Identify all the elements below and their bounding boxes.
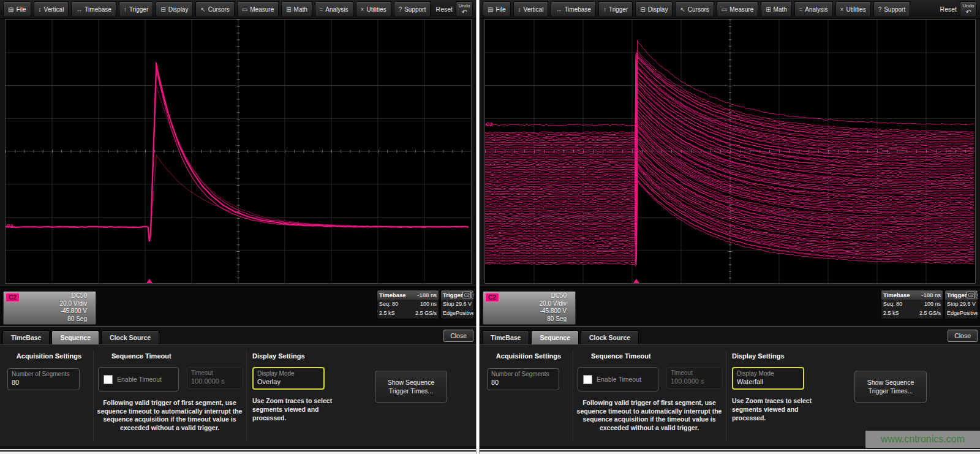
menu-utilities-button[interactable]: ×Utilities bbox=[356, 1, 391, 17]
tab-clock-source[interactable]: Clock Source bbox=[101, 330, 159, 344]
tab-sequence[interactable]: Sequence bbox=[531, 330, 579, 344]
number-of-segments-value: 80 bbox=[491, 378, 555, 387]
undo-button[interactable]: Undo ↶ bbox=[456, 1, 473, 17]
menu-analysis-button[interactable]: ≈Analysis bbox=[315, 1, 353, 17]
menu-cursors-button[interactable]: ↖Cursors bbox=[675, 1, 714, 17]
channel-descriptor[interactable]: C2 DC50 20.0 V/div -45.800 V 80 Seg bbox=[483, 291, 576, 325]
trigger-position-marker[interactable] bbox=[633, 279, 639, 283]
tab-timebase[interactable]: TimeBase bbox=[482, 330, 529, 344]
menu-label: Utilities bbox=[846, 6, 865, 13]
menu-label: Measure bbox=[729, 6, 753, 13]
menu-utilities-button[interactable]: ×Utilities bbox=[835, 1, 871, 17]
menu-vertical-button[interactable]: ↕Vertical bbox=[34, 1, 69, 17]
trigger-slope: Positive bbox=[456, 309, 474, 318]
menu-math-button[interactable]: ⊞Math bbox=[281, 1, 312, 17]
scope-window-waterfall: ▤File↕Vertical↔Timebase↑Trigger⊟Display↖… bbox=[480, 0, 980, 454]
menu-cursors-button[interactable]: ↖Cursors bbox=[195, 1, 234, 17]
menu-label: Timebase bbox=[85, 6, 111, 13]
number-of-segments-field[interactable]: Number of Segments 80 bbox=[7, 368, 80, 390]
channel-readouts: DC50 20.0 V/div -45.800 V 80 Seg bbox=[540, 292, 567, 323]
menu-analysis-button[interactable]: ≈Analysis bbox=[794, 1, 833, 17]
trigger-descriptor[interactable]: Trigger C2 DC Stop 29.6 V Edge Positive bbox=[944, 290, 978, 319]
menu-display-button[interactable]: ⊟Display bbox=[635, 1, 673, 17]
dialog-tab-bar: TimeBaseSequenceClock Source Close bbox=[0, 327, 476, 345]
channel-scale: 20.0 V/div bbox=[60, 300, 87, 308]
trigger-icon: ↑ bbox=[124, 6, 127, 13]
channel-coupling: DC50 bbox=[540, 292, 567, 300]
checkbox-box[interactable] bbox=[104, 375, 113, 384]
trigger-position-marker[interactable] bbox=[146, 279, 153, 283]
cursors-icon: ↖ bbox=[200, 6, 205, 13]
trigger-descriptor[interactable]: Trigger C2 DC Stop 29.6 V Edge Positive bbox=[440, 290, 474, 319]
close-button[interactable]: Close bbox=[948, 330, 978, 342]
channel-ground-marker[interactable]: C2 bbox=[486, 121, 493, 127]
menu-support-button[interactable]: ?Support bbox=[394, 1, 431, 17]
waveform-graticule-1[interactable]: C2 bbox=[484, 19, 976, 284]
timebase-seq: Seq: 80 bbox=[883, 300, 902, 309]
vertical-icon: ↕ bbox=[518, 6, 521, 13]
timeout-label: Timeout bbox=[671, 369, 718, 377]
menu-file-button[interactable]: ▤File bbox=[3, 1, 31, 17]
menu-items: ▤File↕Vertical↔Timebase↑Trigger⊟Display↖… bbox=[2, 1, 432, 17]
timeout-field[interactable]: Timeout 100.0000 s bbox=[666, 367, 723, 389]
menu-measure-button[interactable]: ▭Measure bbox=[237, 1, 279, 17]
trigger-level: 29.6 V bbox=[456, 300, 472, 309]
channel-badge: C2 bbox=[485, 293, 499, 302]
timeout-field[interactable]: Timeout 100.0000 s bbox=[187, 367, 243, 389]
display-settings-heading: Display Settings bbox=[732, 352, 785, 360]
taskbar-strip bbox=[0, 449, 476, 454]
trigger-title: Trigger bbox=[443, 292, 462, 298]
display-mode-select[interactable]: Display Mode Overlay bbox=[252, 367, 325, 390]
menu-vertical-button[interactable]: ↕Vertical bbox=[513, 1, 549, 17]
menu-measure-button[interactable]: ▭Measure bbox=[717, 1, 758, 17]
display-settings-heading: Display Settings bbox=[252, 352, 305, 360]
menu-support-button[interactable]: ?Support bbox=[873, 1, 911, 17]
close-button[interactable]: Close bbox=[443, 330, 473, 342]
display-mode-label: Display Mode bbox=[257, 369, 320, 377]
tab-timebase[interactable]: TimeBase bbox=[2, 330, 50, 344]
tab-clock-source[interactable]: Clock Source bbox=[581, 330, 639, 344]
waveform-graticule-0[interactable]: C2 bbox=[5, 19, 472, 284]
scope-window-overlay: ▤File↕Vertical↔Timebase↑Trigger⊟Display↖… bbox=[0, 0, 476, 454]
menu-math-button[interactable]: ⊞Math bbox=[761, 1, 792, 17]
timebase-icon: ↔ bbox=[556, 6, 562, 13]
number-of-segments-field[interactable]: Number of Segments 80 bbox=[487, 368, 559, 390]
display-icon: ⊟ bbox=[640, 6, 645, 13]
menu-label: Timebase bbox=[564, 6, 591, 13]
math-icon: ⊞ bbox=[766, 6, 771, 13]
timebase-descriptor[interactable]: Timebase -188 ns Seq: 80 100 ns 2.5 kS 2… bbox=[377, 290, 439, 319]
tab-sequence[interactable]: Sequence bbox=[51, 330, 99, 344]
utilities-icon: × bbox=[840, 6, 844, 13]
menu-file-button[interactable]: ▤File bbox=[483, 1, 511, 17]
menu-display-button[interactable]: ⊟Display bbox=[156, 1, 193, 17]
channel-descriptor[interactable]: C2 DC50 20.0 V/div -45.800 V 80 Seg bbox=[3, 291, 96, 325]
enable-timeout-checkbox[interactable]: Enable Timeout bbox=[98, 367, 179, 392]
menu-items: ▤File↕Vertical↔Timebase↑Trigger⊟Display↖… bbox=[481, 1, 911, 17]
menu-timebase-button[interactable]: ↔Timebase bbox=[71, 1, 116, 17]
checkbox-box[interactable] bbox=[583, 375, 592, 384]
channel-offset: -45.800 V bbox=[540, 308, 567, 316]
menu-label: Utilities bbox=[366, 6, 386, 13]
channel-offset: -45.800 V bbox=[60, 308, 87, 316]
enable-timeout-checkbox[interactable]: Enable Timeout bbox=[578, 367, 658, 392]
channel-ground-marker[interactable]: C2 bbox=[6, 223, 13, 229]
menu-label: Display bbox=[648, 6, 668, 13]
descriptor-strip: C2 DC50 20.0 V/div -45.800 V 80 Seg Time… bbox=[0, 285, 476, 326]
undo-button[interactable]: Undo ↶ bbox=[960, 1, 977, 17]
measure-icon: ▭ bbox=[242, 6, 247, 13]
show-sequence-trigger-times-button[interactable]: Show Sequence Trigger Times... bbox=[375, 371, 447, 403]
timebase-per-div: 100 ns bbox=[924, 300, 941, 309]
menu-trigger-button[interactable]: ↑Trigger bbox=[598, 1, 633, 17]
trigger-coupling-badge: DC bbox=[976, 292, 978, 298]
timebase-per-div: 100 ns bbox=[420, 300, 437, 309]
reset-button[interactable]: Reset bbox=[436, 6, 453, 13]
acquisition-settings-heading: Acquisition Settings bbox=[486, 352, 571, 360]
display-mode-select[interactable]: Display Mode Waterfall bbox=[732, 367, 804, 390]
timebase-descriptor[interactable]: Timebase -188 ns Seq: 80 100 ns 2.5 kS 2… bbox=[881, 290, 943, 319]
timeout-value: 100.0000 s bbox=[191, 377, 239, 385]
menu-trigger-button[interactable]: ↑Trigger bbox=[119, 1, 153, 17]
show-sequence-trigger-times-button[interactable]: Show Sequence Trigger Times... bbox=[854, 371, 927, 403]
measure-icon: ▭ bbox=[722, 6, 727, 13]
reset-button[interactable]: Reset bbox=[940, 6, 957, 13]
menu-timebase-button[interactable]: ↔Timebase bbox=[551, 1, 596, 17]
